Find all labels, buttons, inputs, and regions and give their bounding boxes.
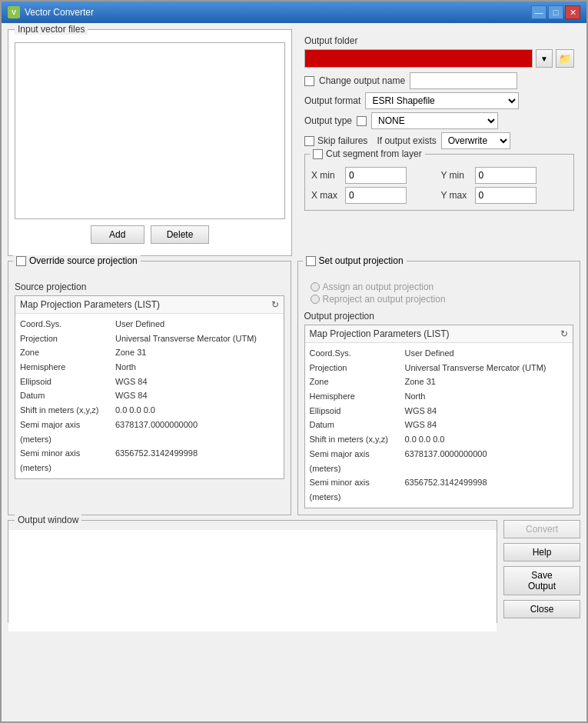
output-folder-section: Output folder ▼ 📁 (304, 35, 574, 68)
source-shift-row: Shift in meters (x,y,z) 0.0 0.0 0.0 (20, 403, 279, 418)
out-hemisphere-key: Hemisphere (310, 389, 402, 404)
source-zone-row: Zone Zone 31 (20, 345, 279, 360)
output-projection-header: Map Projection Parameters (LIST) ↻ (305, 325, 573, 343)
x-min-label: X min (311, 170, 342, 181)
minimize-button[interactable]: — (531, 5, 546, 19)
folder-input[interactable] (304, 49, 533, 68)
output-type-select[interactable]: NONE (371, 112, 498, 129)
folder-row: ▼ 📁 (304, 49, 574, 68)
source-projection-header: Map Projection Parameters (LIST) ↻ (15, 296, 284, 314)
out-hemisphere-val: North (405, 389, 569, 404)
override-source-label: Override source projection (29, 255, 138, 266)
y-max-input[interactable] (475, 187, 537, 204)
out-projection-row: Projection Universal Transverse Mercator… (310, 361, 569, 375)
x-max-input[interactable] (345, 187, 407, 204)
skip-row: Skip failures If output exists Overwrite (304, 132, 574, 149)
assign-radio-label: Assign an output projection (323, 282, 434, 292)
source-projection-key: Projection (20, 332, 112, 346)
output-type-checkbox[interactable] (357, 116, 367, 126)
x-max-label: X max (311, 190, 342, 201)
set-output-projection-group: Set output projection Assign an output p… (297, 261, 581, 515)
out-semi-minor-row: Semi minor axis (meters) 6356752.3142499… (310, 475, 569, 504)
out-shift-key: Shift in meters (x,y,z) (310, 432, 402, 447)
out-zone-val: Zone 31 (405, 375, 569, 389)
source-ellipsoid-row: Ellipsoid WGS 84 (20, 375, 279, 389)
folder-dropdown-button[interactable]: ▼ (536, 49, 553, 68)
y-min-row: Y min (441, 167, 568, 184)
source-projection-row: Projection Universal Transverse Mercator… (20, 332, 279, 346)
out-hemisphere-row: Hemisphere North (310, 389, 569, 404)
set-output-label: Set output projection (319, 255, 404, 266)
out-datum-val: WGS 84 (405, 418, 569, 432)
input-files-label: Input vector files (15, 24, 88, 35)
source-coord-sys-val: User Defined (115, 317, 279, 332)
out-shift-row: Shift in meters (x,y,z) 0.0 0.0 0.0 (310, 432, 569, 447)
y-min-label: Y min (441, 170, 472, 181)
add-button[interactable]: Add (91, 225, 145, 244)
output-format-label: Output format (304, 95, 360, 106)
cut-segment-checkbox[interactable] (313, 149, 323, 159)
save-output-button[interactable]: Save Output (503, 566, 580, 595)
x-min-input[interactable] (345, 167, 407, 184)
convert-button[interactable]: Convert (503, 520, 580, 538)
close-button[interactable]: Close (503, 600, 580, 618)
source-semi-major-row: Semi major axis (meters) 6378137.0000000… (20, 418, 279, 446)
out-datum-row: Datum WGS 84 (310, 418, 569, 432)
x-min-row: X min (311, 167, 438, 184)
source-semi-major-key: Semi major axis (meters) (20, 418, 112, 446)
radio-group: Assign an output projection Reproject an… (311, 282, 574, 305)
source-projection-val: Universal Transverse Mercator (UTM) (115, 332, 279, 346)
title-bar: V Vector Converter — □ ✕ (2, 2, 586, 23)
output-window-label: Output window (15, 515, 81, 525)
source-coord-sys-row: Coord.Sys. User Defined (20, 317, 279, 332)
cut-segment-legend: Cut segment from layer (310, 148, 425, 159)
reproject-radio-row: Reproject an output projection (311, 294, 574, 305)
source-semi-minor-key: Semi minor axis (meters) (20, 446, 112, 475)
source-datum-val: WGS 84 (115, 388, 279, 403)
output-window-inner (8, 530, 497, 622)
reproject-radio[interactable] (311, 295, 320, 304)
output-type-label: Output type (304, 115, 352, 126)
change-output-name-checkbox[interactable] (304, 76, 314, 86)
source-semi-minor-val: 6356752.3142499998 (115, 446, 279, 475)
output-projection-content: Coord.Sys. User Defined Projection Unive… (305, 343, 573, 508)
output-projection-header-text: Map Projection Parameters (LIST) (310, 328, 450, 339)
main-window: V Vector Converter — □ ✕ Input vector fi… (0, 0, 588, 723)
set-output-checkbox[interactable] (306, 256, 316, 266)
delete-button[interactable]: Delete (151, 225, 210, 244)
title-buttons: — □ ✕ (531, 5, 580, 19)
change-output-name-input[interactable] (410, 72, 517, 89)
output-projection-refresh-icon[interactable]: ↻ (560, 328, 568, 339)
window-title: Vector Converter (25, 7, 94, 18)
out-shift-val: 0.0 0.0 0.0 (405, 432, 569, 447)
skip-failures-checkbox[interactable] (304, 136, 314, 146)
y-max-row: Y max (441, 187, 568, 204)
out-ellipsoid-key: Ellipsoid (310, 404, 402, 418)
source-projection-content: Coord.Sys. User Defined Projection Unive… (15, 314, 284, 478)
y-min-input[interactable] (475, 167, 537, 184)
if-output-exists-select[interactable]: Overwrite (441, 132, 510, 149)
source-shift-key: Shift in meters (x,y,z) (20, 403, 112, 418)
output-format-select[interactable]: ESRI Shapefile (365, 92, 519, 109)
help-button[interactable]: Help (503, 543, 580, 561)
source-projection-refresh-icon[interactable]: ↻ (271, 299, 279, 310)
maximize-button[interactable]: □ (548, 5, 563, 19)
cut-segment-group: Cut segment from layer X min Y min X max (304, 154, 574, 211)
close-window-button[interactable]: ✕ (565, 5, 580, 19)
source-zone-val: Zone 31 (115, 345, 279, 360)
folder-browse-button[interactable]: 📁 (556, 49, 574, 68)
output-window-textarea[interactable] (8, 539, 497, 631)
assign-radio[interactable] (311, 282, 320, 292)
out-semi-major-row: Semi major axis (meters) 6378137.0000000… (310, 447, 569, 475)
out-coord-sys-val: User Defined (405, 346, 569, 361)
input-files-list[interactable] (15, 42, 285, 219)
dropdown-arrow: ▼ (540, 55, 548, 63)
app-icon: V (8, 6, 20, 18)
override-source-checkbox[interactable] (16, 256, 26, 266)
x-max-row: X max (311, 187, 438, 204)
out-coord-sys-key: Coord.Sys. (310, 346, 402, 361)
output-projection-label: Output projection (304, 311, 574, 322)
output-type-row: Output type NONE (304, 112, 574, 129)
out-semi-minor-val: 6356752.3142499998 (405, 475, 569, 504)
y-max-label: Y max (441, 190, 472, 201)
